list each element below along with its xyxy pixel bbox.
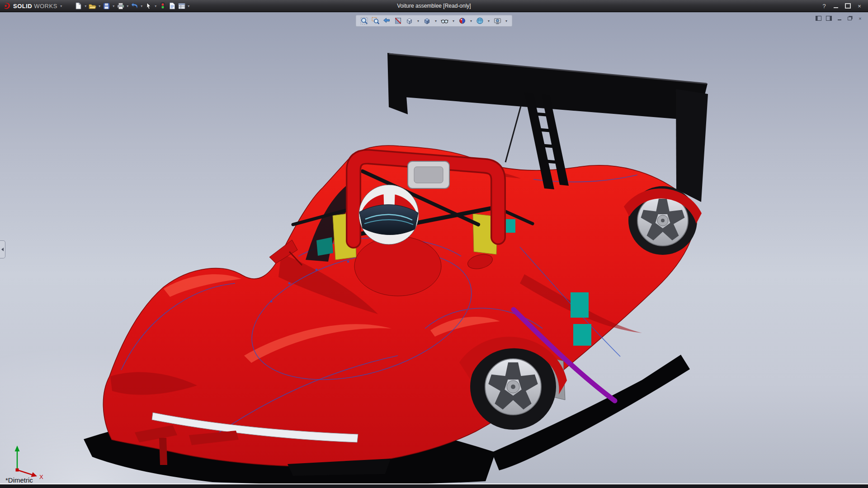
maximize-icon [845,3,851,9]
document-restore-icon [848,17,852,20]
display-style-chevron[interactable]: ▾ [434,19,438,23]
brand-menu-chevron[interactable]: ▾ [59,4,63,8]
previous-view-icon [383,17,391,25]
display-style-icon [423,17,431,25]
solidworks-logo-icon [3,2,11,10]
apply-scene-button[interactable] [476,16,485,25]
options-button[interactable] [177,1,186,10]
display-style-button[interactable] [423,16,432,25]
options-icon [178,3,185,9]
help-button[interactable]: ? [818,1,830,10]
section-view-icon [394,17,402,25]
save-chevron[interactable]: ▾ [112,4,116,8]
undo-chevron[interactable]: ▾ [140,4,144,8]
view-settings-icon [494,17,502,25]
minimize-icon [834,7,838,8]
edit-appearance-icon [458,17,467,25]
print-button[interactable] [116,1,125,10]
view-settings-chevron[interactable]: ▾ [505,19,509,23]
select-chevron[interactable]: ▾ [154,4,158,8]
select-cursor-icon [146,2,152,9]
document-close-button[interactable]: × [856,14,864,22]
open-button[interactable] [88,1,97,10]
maximize-button[interactable] [842,1,854,10]
titlebar: SOLIDWORKS ▾ ▾ ▾ ▾ [0,0,868,12]
rebuild-icon [160,2,165,9]
bottom-edge-strip [0,483,868,488]
save-button[interactable] [102,1,111,10]
document-minimize-button[interactable] [835,14,844,22]
quick-access-toolbar: ▾ ▾ ▾ ▾ ▾ [74,1,191,10]
close-button[interactable]: × [854,1,865,10]
open-icon [89,3,96,9]
display-pane-toggle-button[interactable] [825,14,833,22]
collapse-arrow-icon [1,248,4,251]
print-icon [117,3,124,9]
view-orientation-label: *Dimetric [5,476,33,484]
brand-text-solid: SOLID [13,3,32,9]
file-properties-button[interactable] [168,1,177,10]
rebuild-button[interactable] [158,1,167,10]
hide-show-items-button[interactable] [440,16,449,25]
new-document-button[interactable] [74,1,83,10]
display-pane-icon [826,16,832,21]
document-minimize-icon [838,19,841,20]
previous-view-button[interactable] [382,16,392,25]
feature-tree-collapse-tab[interactable] [0,240,5,258]
window-controls: ? × [818,0,868,12]
undo-button[interactable] [130,1,139,10]
feature-pane-icon [816,16,821,21]
edit-appearance-button[interactable] [458,16,467,25]
document-restore-button[interactable] [845,14,854,22]
brand-text-works: WORKS [34,3,57,9]
hide-show-items-chevron[interactable]: ▾ [452,19,456,23]
edit-appearance-chevron[interactable]: ▾ [469,19,473,23]
view-settings-button[interactable] [493,16,502,25]
view-orientation-button[interactable] [405,16,414,25]
new-document-chevron[interactable]: ▾ [84,4,88,8]
options-chevron[interactable]: ▾ [187,4,191,8]
view-orientation-chevron[interactable]: ▾ [416,19,420,23]
zoom-to-area-icon [372,17,380,25]
orientation-triad: X [4,443,47,481]
view-orientation-icon [406,17,414,25]
hide-show-items-icon [441,17,449,25]
car-3d-model[interactable] [0,12,868,488]
section-view-button[interactable] [394,16,403,25]
new-document-icon [75,2,82,9]
minimize-button[interactable] [830,1,842,10]
undo-icon [131,3,138,9]
print-chevron[interactable]: ▾ [126,4,130,8]
apply-scene-icon [476,17,484,25]
select-button[interactable] [144,1,153,10]
document-window-controls: × [814,14,864,22]
feature-pane-toggle-button[interactable] [814,14,823,22]
zoom-to-fit-icon [360,17,368,25]
file-properties-icon [169,2,175,9]
document-title: Voiture assemblee [Read-only] [397,3,471,9]
graphics-viewport[interactable]: ▾ ▾ ▾ ▾ [0,12,868,488]
heads-up-view-toolbar: ▾ ▾ ▾ ▾ [356,15,513,27]
triad-x-label: X [39,474,43,480]
zoom-to-area-button[interactable] [371,16,380,25]
open-chevron[interactable]: ▾ [98,4,102,8]
save-icon [103,3,110,9]
apply-scene-chevron[interactable]: ▾ [487,19,491,23]
solidworks-menu[interactable]: SOLIDWORKS ▾ [0,0,68,12]
zoom-to-fit-button[interactable] [360,16,369,25]
